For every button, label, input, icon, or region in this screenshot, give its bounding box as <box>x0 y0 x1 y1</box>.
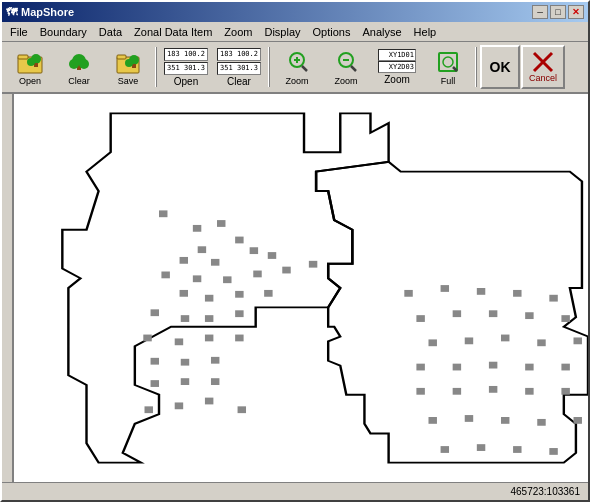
svg-rect-44 <box>264 290 272 297</box>
svg-rect-64 <box>441 285 449 292</box>
full-view-label: Full <box>441 77 456 86</box>
svg-line-20 <box>351 66 356 71</box>
menu-help[interactable]: Help <box>408 24 443 40</box>
zoom-out-label: Zoom <box>334 77 357 86</box>
svg-point-7 <box>69 59 79 69</box>
zoom-in-label: Zoom <box>285 77 308 86</box>
clear-boundary-button[interactable]: Clear <box>55 45 103 89</box>
data-num-display-2: 351 301.3 <box>164 62 208 75</box>
clear-data-button[interactable]: 183 100.2 351 301.3 Clear <box>213 45 265 89</box>
svg-rect-96 <box>549 448 557 455</box>
svg-rect-42 <box>205 295 213 302</box>
svg-rect-90 <box>501 417 509 424</box>
svg-rect-27 <box>193 225 201 232</box>
zoom-xy-button[interactable]: XY1D01 XY2D03 Zoom <box>371 45 423 89</box>
svg-rect-65 <box>477 288 485 295</box>
title-bar: 🗺 MapShore <box>2 2 588 22</box>
menu-analyse[interactable]: Analyse <box>356 24 407 40</box>
svg-rect-47 <box>205 315 213 322</box>
cancel-button[interactable]: Cancel <box>521 45 565 89</box>
svg-rect-50 <box>175 338 183 345</box>
main-area <box>2 94 588 482</box>
data-num-display-1: 183 100.2 <box>164 48 208 61</box>
menu-display[interactable]: Display <box>258 24 306 40</box>
svg-rect-85 <box>489 386 497 393</box>
xy-label-1: XY1D01 <box>378 49 416 61</box>
coordinates-display: 465723:103361 <box>510 486 580 497</box>
menu-bar: File Boundary Data Zonal Data Item Zoom … <box>2 22 588 42</box>
svg-rect-35 <box>161 272 169 279</box>
save-boundary-button[interactable]: Save <box>104 45 152 89</box>
open-data-button[interactable]: 183 100.2 351 301.3 Open <box>160 45 212 89</box>
svg-rect-39 <box>282 267 290 274</box>
main-window: 🗺 MapShore File Boundary Data Zonal Data… <box>0 0 590 502</box>
svg-rect-66 <box>513 290 521 297</box>
svg-rect-87 <box>561 388 569 395</box>
ok-label: OK <box>490 59 511 75</box>
svg-rect-41 <box>180 290 188 297</box>
svg-rect-59 <box>145 406 153 413</box>
menu-zoom[interactable]: Zoom <box>218 24 258 40</box>
menu-data[interactable]: Data <box>93 24 128 40</box>
xy-label-2: XY2D03 <box>378 61 416 73</box>
svg-rect-69 <box>453 310 461 317</box>
save-boundary-label: Save <box>118 77 139 86</box>
svg-rect-1 <box>18 55 28 59</box>
maximize-button[interactable] <box>550 5 566 19</box>
svg-rect-92 <box>573 417 581 424</box>
menu-file[interactable]: File <box>4 24 34 40</box>
svg-rect-56 <box>151 380 159 387</box>
full-view-button[interactable]: Full <box>424 45 472 89</box>
svg-rect-78 <box>416 364 424 371</box>
svg-rect-28 <box>217 220 225 227</box>
svg-point-22 <box>443 57 453 67</box>
svg-rect-95 <box>513 446 521 453</box>
svg-line-17 <box>302 66 307 71</box>
svg-rect-53 <box>151 358 159 365</box>
data-num-display-3: 183 100.2 <box>217 48 261 61</box>
app-icon: 🗺 <box>6 6 17 18</box>
svg-rect-30 <box>198 246 206 253</box>
svg-rect-54 <box>181 359 189 366</box>
ok-button[interactable]: OK <box>480 45 520 89</box>
svg-rect-89 <box>465 415 473 422</box>
menu-options[interactable]: Options <box>307 24 357 40</box>
menu-zonal-data-item[interactable]: Zonal Data Item <box>128 24 218 40</box>
svg-point-8 <box>79 59 89 69</box>
svg-rect-62 <box>238 406 246 413</box>
svg-rect-82 <box>561 364 569 371</box>
svg-rect-77 <box>573 337 581 344</box>
close-button[interactable] <box>568 5 584 19</box>
svg-rect-94 <box>477 444 485 451</box>
open-boundary-label: Open <box>19 77 41 86</box>
status-bar: 465723:103361 <box>2 482 588 500</box>
svg-rect-33 <box>211 259 219 266</box>
svg-rect-79 <box>453 364 461 371</box>
svg-rect-37 <box>223 276 231 283</box>
svg-rect-83 <box>416 388 424 395</box>
map-canvas[interactable] <box>14 94 588 482</box>
svg-rect-58 <box>211 378 219 385</box>
svg-rect-93 <box>441 446 449 453</box>
svg-rect-46 <box>181 315 189 322</box>
clear-data-label: Clear <box>227 76 251 87</box>
app-title: MapShore <box>21 6 74 18</box>
svg-rect-49 <box>143 335 151 342</box>
svg-point-4 <box>27 58 35 66</box>
menu-boundary[interactable]: Boundary <box>34 24 93 40</box>
svg-rect-81 <box>525 364 533 371</box>
zoom-out-button[interactable]: Zoom <box>322 45 370 89</box>
clear-boundary-label: Clear <box>68 77 90 86</box>
svg-rect-88 <box>428 417 436 424</box>
zoom-in-button[interactable]: Zoom <box>273 45 321 89</box>
zoom-xy-label: Zoom <box>384 74 410 85</box>
svg-rect-68 <box>416 315 424 322</box>
open-boundary-button[interactable]: Open <box>6 45 54 89</box>
svg-rect-63 <box>404 290 412 297</box>
svg-point-13 <box>125 59 133 67</box>
svg-rect-36 <box>193 275 201 282</box>
svg-rect-60 <box>175 402 183 409</box>
minimize-button[interactable] <box>532 5 548 19</box>
separator-1 <box>155 47 157 87</box>
svg-rect-51 <box>205 335 213 342</box>
